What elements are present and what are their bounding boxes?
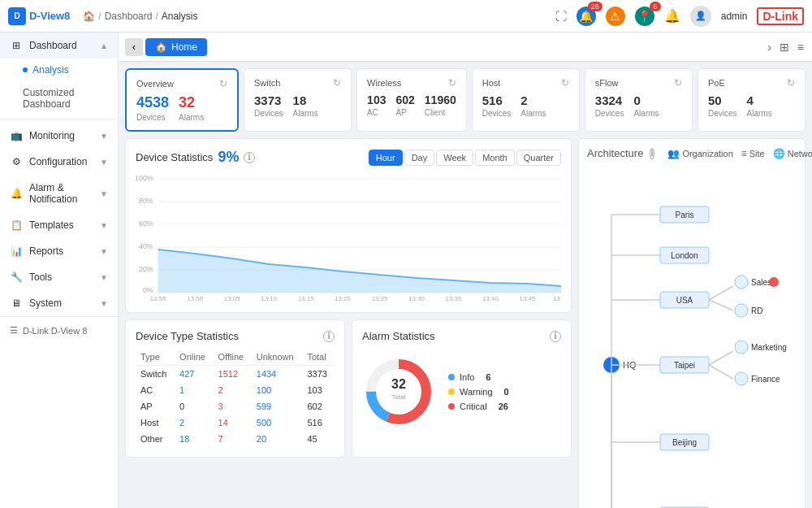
col-type: Type [136,349,175,366]
svg-point-53 [735,372,748,385]
alert-count-badge: 26 [588,2,603,11]
svg-text:Marketing: Marketing [751,343,787,352]
switch-refresh-icon[interactable]: ↻ [333,77,341,89]
svg-text:13:25: 13:25 [372,295,388,302]
card-switch: Switch ↻ 3373 Devices 18 Alarms [244,68,352,132]
ac-unknown: 100 [252,382,303,398]
tab-list-btn[interactable]: ≡ [796,39,806,55]
sidebar-item-dashboard[interactable]: ⊞ Dashboard ▲ [0,33,118,59]
sidebar-label-customized: Customized Dashboard [23,87,108,110]
overview-devices-val: 4538 [136,94,169,111]
ap-online: 0 [175,398,213,415]
critical-value: 26 [499,402,508,411]
host-alarms-val: 2 [520,93,546,107]
switch-online: 427 [175,366,213,383]
svg-text:Taipei: Taipei [674,361,695,370]
time-btn-week[interactable]: Week [436,150,473,166]
warning-dot [448,389,455,395]
time-btn-quarter[interactable]: Quarter [516,150,561,166]
arch-network-legend[interactable]: 🌐 Network [773,148,812,159]
home-tab-icon: 🏠 [155,41,167,53]
alarm-info-icon[interactable]: ℹ [550,331,561,342]
top-right-actions: ⛶ 🔔 26 ⚠ 📍 6 🔔 👤 admin D-Link [555,6,804,27]
wireless-refresh-icon[interactable]: ↻ [448,77,456,89]
host-unknown: 500 [252,415,303,431]
sflow-refresh-icon[interactable]: ↻ [674,77,682,89]
arch-site-legend[interactable]: ≡ Site [741,148,765,159]
switch-devices-val: 3373 [254,93,283,107]
avatar: 👤 [690,6,711,27]
host-alarms-col: 2 Alarms [520,93,546,118]
svg-text:20%: 20% [139,265,153,273]
device-type-info-icon[interactable]: ℹ [323,331,335,342]
expand-icon[interactable]: ⛶ [555,10,567,23]
svg-text:40%: 40% [139,242,153,250]
svg-text:13:30: 13:30 [408,295,425,302]
tab-grid-btn[interactable]: ⊞ [778,39,791,55]
switch-offline: 1512 [214,366,252,383]
logo-icon: D [8,7,26,25]
architecture-card: Architecture ℹ 👥 Organization ≡ [578,138,806,508]
time-btn-day[interactable]: Day [404,150,435,166]
warning-btn[interactable]: ⚠ [606,7,625,26]
alarm-icon: 🔔 [10,188,23,199]
time-buttons: Hour Day Week Month Quarter [369,150,561,166]
svg-point-44 [735,304,748,317]
poe-refresh-icon[interactable]: ↻ [787,77,795,89]
sidebar-footer: ☰ D-Link D-View 8 [0,316,118,344]
chevron-down-icon-2: ▼ [100,158,108,167]
card-poe-values: 50 Devices 4 Alarms [708,93,795,118]
two-col-layout: Device Statistics 9% ℹ Hour Day Week Mon… [125,138,806,508]
overview-refresh-icon[interactable]: ↻ [219,78,227,89]
critical-label: Critical [460,402,487,411]
sidebar-item-tools[interactable]: 🔧 Tools ▼ [0,264,118,290]
tab-menu-btn[interactable]: › [766,39,773,55]
arch-tree-svg: HQ Paris London [587,166,798,508]
arch-info-icon[interactable]: ℹ [650,148,654,159]
sidebar-divider-1 [0,119,118,119]
time-btn-hour[interactable]: Hour [369,150,403,166]
chevron-down-icon-7: ▼ [100,299,108,308]
sflow-devices-col: 3324 Devices [595,93,624,118]
host-total: 516 [302,415,335,431]
chevron-down-icon-6: ▼ [100,273,108,282]
type-host: Host [136,415,175,431]
arch-header: Architecture ℹ 👥 Organization ≡ [587,147,797,159]
sidebar-label-configuration: Configuration [29,156,87,167]
tab-bar: ‹ 🏠 Home › ⊞ ≡ [119,33,812,62]
host-refresh-icon[interactable]: ↻ [561,77,569,89]
app-logo[interactable]: D D-View8 [8,7,70,25]
donut-chart: 32 Total [362,355,435,428]
sidebar-item-templates[interactable]: 📋 Templates ▼ [0,212,118,238]
card-wireless-values: 103 AC 602 AP 11960 Client [367,93,456,117]
overview-alarms-lbl: Alarms [179,113,204,122]
sidebar-item-configuration[interactable]: ⚙ Configuration ▼ [0,149,118,175]
chevron-down-icon-5: ▼ [100,247,108,256]
svg-text:32: 32 [391,377,406,391]
wireless-client-val: 11960 [425,93,456,106]
notification-bell-btn[interactable]: 🔔 26 [577,7,596,26]
time-btn-month[interactable]: Month [475,150,515,166]
wireless-ac-val: 103 [367,93,386,106]
svg-point-41 [735,276,748,289]
device-stats-info-icon[interactable]: ℹ [244,152,255,163]
poe-alarms-col: 4 Alarms [747,93,772,118]
other-unknown: 20 [252,431,303,447]
bell-icon[interactable]: 🔔 [664,8,680,24]
sidebar-item-reports[interactable]: 📊 Reports ▼ [0,238,118,264]
tab-nav-left[interactable]: ‹ [125,38,143,56]
sidebar-item-alarm[interactable]: 🔔 Alarm & Notification ▼ [0,175,118,212]
svg-text:Paris: Paris [676,211,694,219]
sidebar-item-system[interactable]: 🖥 System ▼ [0,290,118,316]
col-unknown: Unknown [252,349,303,366]
sidebar-item-customized-dashboard[interactable]: Customized Dashboard [23,81,118,115]
sidebar-item-monitoring[interactable]: 📺 Monitoring ▼ [0,123,118,149]
arch-org-legend[interactable]: 👥 Organization [667,148,732,159]
svg-text:80%: 80% [139,197,153,205]
other-offline: 7 [214,431,252,447]
host-offline: 14 [214,415,252,431]
location-btn[interactable]: 📍 6 [635,7,654,26]
chart-title-text: Device Statistics [136,151,213,163]
sidebar-item-analysis[interactable]: Analysis [23,59,118,81]
tab-home[interactable]: 🏠 Home [145,38,207,56]
